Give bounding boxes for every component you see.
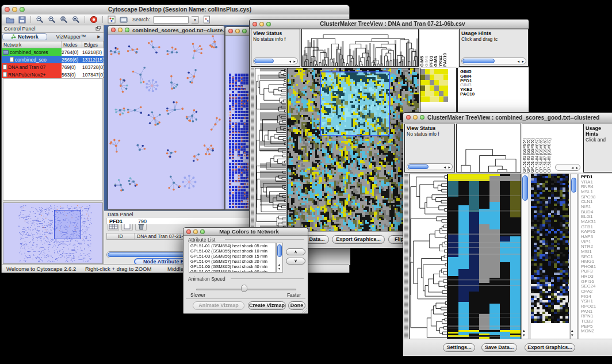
create-vizmap-button[interactable]: Create Vizmap [248,301,286,310]
treeview2-titlebar[interactable]: ClusterMaker TreeView : combined_scores_… [403,113,612,122]
move-down-button[interactable]: ∨ [286,258,305,265]
network-list-row[interactable]: combined_scores 2764(0) 16218(0) [2,48,104,56]
heatmap-vertical-scrollbar[interactable]: ▴ ▾ [521,174,529,339]
zoom-button[interactable] [266,22,271,26]
network-overview-panel[interactable] [3,202,103,264]
main-titlebar[interactable]: Cytoscape Desktop (Session Name: collins… [2,5,349,14]
scrollbar-thumb[interactable] [277,244,282,257]
attribute-list-item[interactable]: GPL51-02 (GSM855) heat shock 10 min [189,248,276,254]
col-header-network[interactable]: Network [2,41,62,48]
scrollbar-thumb[interactable] [408,164,429,169]
scroll-up-arrow[interactable]: ▴ [523,328,525,333]
network-list-row[interactable]: DNA and Tran 07 769(0) 183728(0) [2,63,104,71]
scroll-right-arrow[interactable]: ▸ [522,59,524,64]
animation-speed-slider-thumb[interactable] [241,285,247,292]
open-icon[interactable] [5,16,14,24]
save-data-button[interactable]: Save Data... [481,343,517,352]
scroll-left-arrow[interactable]: ◂ [517,59,519,64]
zoom-button[interactable] [420,115,424,120]
export-graphics-button[interactable]: Export Graphics... [525,343,575,352]
minimize-button[interactable] [12,7,17,12]
tv2-row-dendrogram[interactable] [410,174,447,339]
scroll-down-arrow[interactable]: ▼ [278,266,281,271]
close-button[interactable] [186,229,191,234]
network-view-titlebar[interactable]: combined_scores_good.txt--cluste... [108,26,224,35]
scroll-left-arrow[interactable]: ◂ [289,59,291,64]
zoom-button[interactable] [125,28,129,32]
zoom-out-icon[interactable] [35,16,44,24]
attribute-list-item[interactable]: GPL51-06 (GSM865) heat shock 40 min [189,264,276,269]
minimize-button[interactable] [413,115,418,120]
scrollbar-thumb[interactable] [522,175,528,201]
zoom-button[interactable] [242,29,247,33]
zoom-in-icon[interactable] [47,16,56,24]
search-input[interactable] [153,16,189,24]
gene-label[interactable]: PAC10 [460,92,529,97]
gene-label[interactable]: MON2 [581,329,612,334]
scrollbar-thumb[interactable] [254,59,274,63]
close-button[interactable] [111,28,116,32]
zoom-selected-icon[interactable] [59,16,68,24]
scroll-right-arrow[interactable]: ▸ [293,59,296,64]
column-label[interactable]: GPL51-06 (GSM865) [539,125,543,173]
close-button[interactable] [253,22,257,26]
scroll-up-arrow[interactable]: ▴ [571,328,573,333]
animate-vizmap-button[interactable]: Animate Vizmap [193,301,244,310]
scrollbar-thumb[interactable] [462,59,495,63]
attribute-list-item[interactable]: GPL51-04 (GSM857) heat shock 20 min [189,259,276,264]
usage-hints-scrollbar[interactable]: ◂▸ [461,58,526,64]
save-icon[interactable] [17,16,26,24]
tv2-col-dendrogram[interactable] [457,124,521,172]
tab-vizmapper[interactable]: VizMapper™ [48,33,94,41]
close-button[interactable] [228,29,233,33]
column-label[interactable]: GPL51-04 (GSM857) [535,125,539,173]
attribute-list-item[interactable]: GPL51-03 (GSM856) heat shock 15 min [189,254,276,259]
overview-canvas[interactable] [3,203,102,263]
attribute-list-item[interactable]: GPL51-01 (GSM854) heat shock 05 min [189,243,276,248]
view-status-scrollbar[interactable]: ◂▸ [407,163,453,170]
float-panel-icon[interactable] [95,26,101,32]
attribute-list-scrollbar[interactable]: ▲ ▼ [276,243,283,273]
tv1-col-dendrogram[interactable] [302,29,418,66]
dialog-titlebar[interactable]: Map Colors to Network [183,228,308,236]
network-list-row[interactable]: RNAPuberNov2+ 563(0) 107847(0) [2,71,104,78]
scroll-left-arrow[interactable]: ◂ [571,165,573,170]
graphics-details-icon[interactable] [107,16,116,24]
treeview1-titlebar[interactable]: ClusterMaker TreeView : DNA and Tran 07-… [250,20,529,29]
tab-overflow-button[interactable]: ▶ [94,33,104,41]
scrollbar-thumb[interactable] [571,178,576,193]
col-header-edges[interactable]: Edges [82,41,104,48]
gene-panel-scrollbar[interactable]: ◂▸ [555,164,580,171]
view-status-scrollbar[interactable]: ◂▸ [253,58,298,64]
minimize-button[interactable] [193,229,198,234]
tab-network[interactable]: Network [2,33,47,40]
tv1-submatrix[interactable] [420,69,448,102]
resize-grip[interactable] [302,308,307,313]
scroll-right-arrow[interactable]: ▸ [576,165,578,170]
tv2-heatmap[interactable] [448,174,521,339]
zoom-button[interactable] [200,229,205,234]
column-label[interactable]: PAC10 [443,31,447,67]
network-file-icon[interactable] [202,16,211,24]
minimize-button[interactable] [118,28,123,32]
col-header-id[interactable]: ID [107,233,135,239]
zoom-fit-icon[interactable] [71,16,81,24]
gene-list-scrollbar[interactable]: ▴ ▾ [570,174,577,339]
scroll-down-arrow[interactable]: ▾ [571,333,573,338]
tv1-row-dendrogram[interactable] [255,68,286,231]
scroll-down-arrow[interactable]: ▾ [523,333,525,338]
close-button[interactable] [406,115,411,120]
column-label[interactable]: GPL51-03 (GSM856) [530,125,534,173]
save-data-button[interactable]: Data... [305,235,329,244]
search-dropdown-arrow[interactable]: ▼ [192,16,199,24]
help-lifesaver-icon[interactable] [89,16,98,24]
close-button[interactable] [5,7,10,12]
export-graphics-button[interactable]: Export Graphics... [332,235,385,244]
zoom-button[interactable] [20,7,25,12]
minimize-button[interactable] [259,22,264,26]
attribute-list-item[interactable]: GPL51-07 (GSM868) heat shock 60 min [189,269,276,273]
tv2-subheatmap[interactable] [531,174,569,324]
column-label[interactable]: GPL51-08 (GSM872) [547,125,551,173]
network-canvas[interactable] [108,35,224,209]
scroll-right-arrow[interactable]: ▸ [448,164,450,170]
